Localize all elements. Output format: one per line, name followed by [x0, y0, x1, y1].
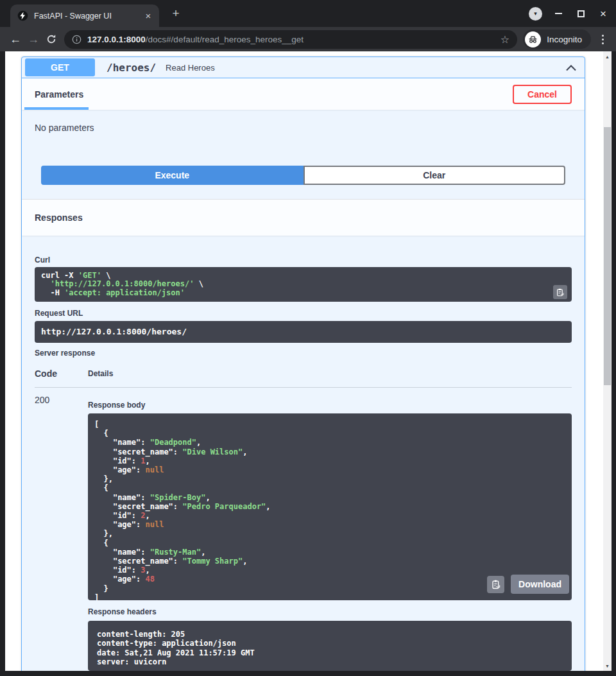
forward-icon[interactable]: → — [24, 30, 42, 48]
response-body-label: Response body — [88, 401, 572, 409]
address-bar[interactable]: 127.0.0.1:8000/docs#/default/read_heroes… — [64, 30, 517, 49]
request-url-block: http://127.0.0.1:8000/heroes/ — [35, 321, 572, 343]
scrollbar-thumb[interactable] — [604, 127, 611, 385]
close-button[interactable]: × — [597, 7, 610, 20]
copy-curl-icon[interactable] — [553, 285, 567, 299]
browser-toolbar: ← → 127.0.0.1:8000/docs#/default/read_he… — [0, 27, 616, 51]
response-table-header: Code Details — [35, 357, 572, 388]
status-code: 200 — [35, 395, 88, 671]
request-url-label: Request URL — [35, 309, 572, 317]
window-controls: ▾ × — [529, 6, 610, 21]
response-body-controls: Download — [487, 575, 569, 594]
operation-description: Read Heroes — [166, 63, 215, 73]
minimize-button[interactable] — [552, 7, 565, 20]
execute-row: Execute Clear — [41, 166, 565, 185]
curl-command-block: curl -X 'GET' \ 'http://127.0.0.1:8000/h… — [35, 267, 572, 302]
browser-status-icon[interactable]: ▾ — [529, 7, 542, 21]
site-info-icon[interactable] — [72, 35, 81, 44]
response-headers-block: content-length: 205 content-type: applic… — [88, 621, 572, 671]
clear-button[interactable]: Clear — [304, 166, 566, 185]
active-tab-underline — [24, 107, 89, 110]
page-viewport: GET /heroes/ Read Heroes Parameters Canc… — [5, 51, 612, 671]
response-body-json: [ { "name": "Deadpond", "secret_name": "… — [94, 420, 572, 600]
scroll-down-icon[interactable]: ▼ — [603, 661, 612, 671]
incognito-icon — [525, 31, 541, 48]
page-scrollbar[interactable]: ▲ ▼ — [603, 51, 612, 671]
request-url-value: http://127.0.0.1:8000/heroes/ — [41, 327, 565, 336]
collapse-chevron-icon[interactable] — [565, 64, 577, 71]
responses-header: Responses — [22, 199, 585, 236]
new-tab-button[interactable]: + — [167, 6, 184, 22]
url-path: /docs#/default/read_heroes_heroes__get — [146, 35, 304, 44]
http-method-badge: GET — [25, 58, 95, 76]
url-host: 127.0.0.1:8000 — [87, 35, 146, 44]
server-response-label: Server response — [35, 349, 572, 357]
execute-button[interactable]: Execute — [41, 166, 304, 185]
details-column-header: Details — [88, 369, 113, 379]
responses-body: Curl curl -X 'GET' \ 'http://127.0.0.1:8… — [22, 236, 585, 671]
tab-strip: FastAPI - Swagger UI × + ▾ × — [0, 0, 616, 27]
tab-title: FastAPI - Swagger UI — [34, 12, 142, 21]
reload-icon[interactable] — [42, 30, 60, 48]
response-row-200: 200 Response body [ { "name": "Deadpond"… — [35, 388, 572, 671]
incognito-badge: Incognito — [523, 30, 591, 49]
parameters-body: No parameters Execute Clear — [22, 110, 585, 199]
browser-window: FastAPI - Swagger UI × + ▾ × ← → 127.0.0… — [0, 0, 616, 676]
operation-path: /heroes/ — [107, 62, 156, 74]
cancel-button[interactable]: Cancel — [513, 85, 572, 104]
swagger-page: GET /heroes/ Read Heroes Parameters Canc… — [5, 51, 603, 671]
back-icon[interactable]: ← — [6, 30, 24, 48]
curl-label: Curl — [35, 256, 572, 264]
operation-summary[interactable]: GET /heroes/ Read Heroes — [22, 57, 585, 78]
copy-response-icon[interactable] — [487, 576, 504, 593]
tab-close-icon[interactable]: × — [142, 10, 154, 22]
code-column-header: Code — [35, 369, 88, 379]
browser-tab[interactable]: FastAPI - Swagger UI × — [10, 4, 159, 27]
response-headers-label: Response headers — [88, 608, 572, 616]
scroll-up-icon[interactable]: ▲ — [603, 51, 612, 62]
response-details: Response body [ { "name": "Deadpond", "s… — [88, 395, 572, 671]
parameters-header: Parameters Cancel — [22, 78, 585, 110]
url-text: 127.0.0.1:8000/docs#/default/read_heroes… — [87, 35, 495, 44]
incognito-label: Incognito — [547, 35, 582, 44]
parameters-title[interactable]: Parameters — [35, 89, 83, 100]
curl-command: curl -X 'GET' \ 'http://127.0.0.1:8000/h… — [41, 272, 546, 297]
response-headers-text: content-length: 205 content-type: applic… — [97, 630, 565, 666]
no-parameters-message: No parameters — [35, 123, 572, 133]
response-body-block: [ { "name": "Deadpond", "secret_name": "… — [88, 413, 572, 600]
responses-title: Responses — [35, 212, 83, 223]
opblock-get-heroes: GET /heroes/ Read Heroes Parameters Canc… — [21, 56, 585, 671]
download-button[interactable]: Download — [511, 575, 569, 594]
bookmark-star-icon[interactable]: ☆ — [501, 33, 509, 46]
browser-menu-icon[interactable] — [595, 35, 610, 44]
fastapi-favicon-icon — [17, 10, 28, 21]
maximize-button[interactable] — [574, 7, 587, 20]
